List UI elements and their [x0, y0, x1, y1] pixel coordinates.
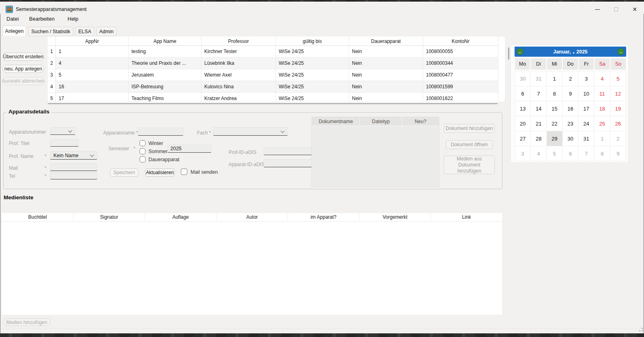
table-row[interactable]: 24Theorie und Praxis der ...Lüsebrink Il…	[48, 58, 498, 69]
calendar-day-cell[interactable]: 26	[610, 116, 626, 131]
calendar-day-cell[interactable]: 27	[515, 131, 531, 146]
apparatsnummer-combo[interactable]	[50, 127, 75, 135]
add-media-button[interactable]: Medien hinzufügen	[3, 318, 50, 326]
calendar-day-cell[interactable]: 2	[563, 71, 578, 86]
column-header-kontonr[interactable]: KontoNr	[423, 36, 498, 46]
doc-column-dateityp[interactable]: Dateityp	[360, 117, 402, 126]
cancel-selection-button[interactable]: Auswahl abbrechen	[2, 77, 44, 85]
semester-year-field[interactable]	[167, 145, 211, 153]
menu-item-datei[interactable]: Datei	[6, 16, 19, 22]
refresh-button[interactable]: Aktualisieren	[145, 168, 174, 177]
resize-grip[interactable]	[639, 330, 640, 331]
calendar-day-cell[interactable]: 4	[531, 146, 547, 161]
calendar-day-cell[interactable]: 2	[610, 131, 626, 146]
radio-dauerapparat[interactable]	[140, 156, 146, 162]
open-document-button[interactable]: Dokument öffnen	[446, 140, 493, 149]
calendar-day-cell[interactable]: 30	[563, 131, 578, 146]
calendar-day-cell[interactable]: 6	[515, 86, 531, 101]
horizontal-scrollbar[interactable]	[48, 103, 498, 104]
calendar-day-cell[interactable]: 5	[610, 71, 626, 86]
table-row[interactable]: 517Teaching FilmsKratzer AndreaWiSe 24/2…	[48, 93, 498, 102]
calendar-day-cell[interactable]: 7	[578, 146, 594, 161]
calendar-day-cell[interactable]: 8	[594, 146, 610, 161]
calendar-day-cell[interactable]: 4	[594, 71, 610, 86]
tab-anlegen[interactable]: Anlegen	[2, 26, 26, 36]
calendar-day-cell[interactable]: 19	[610, 101, 626, 116]
tab-suchen-statistik[interactable]: Suchen / Statistik	[28, 27, 73, 36]
table-row[interactable]: 416ISP-BetreuungKulovics NinaWiSe 24/25N…	[48, 81, 498, 93]
calendar-day-cell[interactable]: 17	[578, 101, 594, 116]
media-column-header[interactable]: Buchtitel	[2, 213, 74, 221]
tel-field[interactable]	[50, 172, 97, 179]
radio-winter[interactable]	[140, 140, 146, 146]
doc-column-neu[interactable]: Neu?	[402, 117, 439, 126]
table-row[interactable]: 11testingKirchner TesterWiSe 24/25Nein10…	[48, 46, 498, 58]
calendar-prev-button[interactable]: ←	[517, 48, 523, 55]
calendar-day-cell[interactable]: 1	[594, 131, 610, 146]
calendar-day-cell[interactable]: 16	[563, 101, 578, 116]
calendar-day-cell[interactable]: 1	[547, 71, 563, 86]
tab-elsa[interactable]: ELSA	[75, 27, 94, 36]
save-button[interactable]: Speichern	[110, 168, 138, 177]
menu-item-help[interactable]: Help	[68, 16, 78, 22]
apparat-id-adis-field[interactable]	[264, 159, 315, 167]
calendar-day-cell[interactable]: 7	[531, 86, 547, 101]
create-overview-button[interactable]: Übersicht erstellen	[2, 53, 44, 61]
calendar-next-button[interactable]: →	[617, 48, 624, 55]
calendar-day-cell[interactable]: 28	[531, 131, 547, 146]
calendar-day-cell[interactable]: 5	[547, 146, 563, 161]
calendar-day-cell[interactable]: 6	[563, 146, 578, 161]
column-header-gueltig-bis[interactable]: gültig bis	[276, 36, 349, 46]
vertical-scrollbar[interactable]	[508, 47, 509, 60]
column-header-professor[interactable]: Professor	[201, 36, 276, 46]
calendar-day-cell[interactable]: 25	[594, 116, 610, 131]
calendar-day-cell[interactable]: 15	[547, 101, 563, 116]
prof-id-adis-field[interactable]	[264, 147, 315, 155]
new-app-button[interactable]: neu. App anlegen	[2, 65, 44, 73]
calendar-day-cell[interactable]: 20	[515, 116, 531, 131]
add-document-button[interactable]: Dokument hinzufügen	[444, 124, 495, 133]
media-from-document-button[interactable]: Medien aus Dokument hinzufügen	[444, 156, 495, 174]
media-column-header[interactable]: Autor	[216, 213, 288, 221]
calendar-day-cell[interactable]: 11	[594, 86, 610, 101]
calendar-day-cell[interactable]: 3	[578, 71, 594, 86]
column-header-appnr[interactable]: AppNr	[56, 36, 129, 46]
row-number: 3	[48, 69, 56, 81]
mail-senden-checkbox[interactable]	[181, 168, 187, 175]
calendar-day-cell[interactable]: 31	[578, 131, 594, 146]
media-column-header[interactable]: Link	[431, 213, 502, 221]
apparatsname-field[interactable]	[138, 128, 183, 136]
calendar-day-cell[interactable]: 9	[610, 146, 626, 161]
calendar-day-cell[interactable]: 18	[594, 101, 610, 116]
calendar-day-cell[interactable]: 8	[547, 86, 563, 101]
prof-name-combo[interactable]: Kein Name	[50, 151, 97, 160]
media-column-header[interactable]: Signatur	[74, 213, 145, 221]
calendar-day-cell[interactable]: 12	[610, 86, 626, 101]
calendar-day-cell[interactable]: 3	[515, 146, 531, 161]
calendar-day-cell[interactable]: 14	[531, 101, 547, 116]
fach-combo[interactable]	[213, 127, 288, 136]
column-header-dauerapparat[interactable]: Dauerapparat	[349, 36, 423, 46]
calendar-day-cell[interactable]: 21	[531, 116, 547, 131]
calendar-day-cell[interactable]: 24	[578, 116, 594, 131]
calendar-day-cell[interactable]: 29	[547, 131, 563, 146]
radio-sommer[interactable]	[140, 148, 146, 154]
calendar-day-cell[interactable]: 31	[531, 71, 547, 86]
media-column-header[interactable]: im Apparat?	[288, 213, 360, 221]
calendar-day-cell[interactable]: 9	[563, 86, 578, 101]
calendar-title[interactable]: Januar,▾2025	[553, 49, 587, 55]
media-column-header[interactable]: Vorgemerkt	[360, 213, 431, 221]
media-column-header[interactable]: Auflage	[145, 213, 216, 221]
calendar-day-cell[interactable]: 30	[515, 71, 531, 86]
prof-titel-field[interactable]	[50, 139, 78, 147]
menu-item-bearbeiten[interactable]: Bearbeiten	[29, 16, 55, 22]
calendar-day-cell[interactable]: 22	[547, 116, 563, 131]
tab-admin[interactable]: Admin	[96, 27, 117, 36]
table-row[interactable]: 35JerusalemWiemer AxelWiSe 24/25Nein1008…	[48, 69, 498, 81]
column-header-appname[interactable]: App Name	[129, 36, 201, 46]
calendar-day-cell[interactable]: 23	[563, 116, 578, 131]
mail-field[interactable]	[50, 163, 97, 171]
doc-column-dokumentname[interactable]: Dokumentname	[312, 117, 360, 126]
calendar-day-cell[interactable]: 13	[515, 101, 531, 116]
calendar-day-cell[interactable]: 10	[578, 86, 594, 101]
